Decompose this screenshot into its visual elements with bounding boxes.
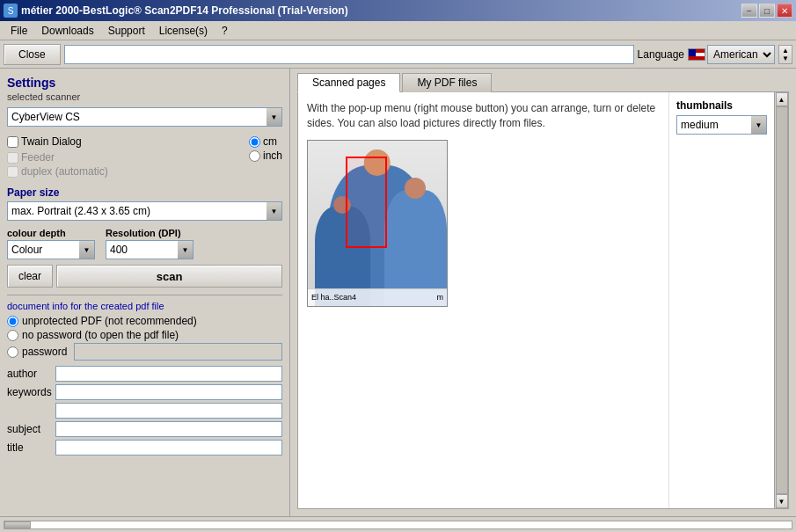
paper-size-wrapper: max. Portrait (2.43 x 3.65 cm) ▼ bbox=[7, 201, 282, 221]
minimize-button[interactable]: − bbox=[741, 4, 757, 18]
left-panel: Settings selected scanner CyberView CS ▼… bbox=[0, 69, 290, 516]
maximize-button[interactable]: □ bbox=[759, 4, 775, 18]
subject-row: subject bbox=[7, 421, 282, 437]
settings-title: Settings bbox=[7, 76, 282, 90]
no-password-label: no password (to open the pdf file) bbox=[22, 329, 179, 341]
unit-radio-group: cm inch bbox=[249, 135, 282, 162]
thumbnails-label: thumbnails bbox=[676, 99, 767, 112]
title-input[interactable] bbox=[55, 440, 282, 455]
us-flag-icon bbox=[688, 48, 705, 61]
password-label: password bbox=[22, 346, 70, 358]
colour-depth-col: colour depth Colour ▼ bbox=[7, 228, 95, 259]
resolution-col: Resolution (DPI) 400 ▼ bbox=[106, 228, 194, 259]
divider-1 bbox=[7, 295, 282, 295]
tab-content: With the pop-up menu (right mouse button… bbox=[297, 91, 789, 509]
resolution-arrow[interactable]: ▼ bbox=[178, 240, 194, 259]
thumbnail-section: thumbnails medium small large ▼ bbox=[668, 92, 774, 508]
duplex-label: duplex (automatic) bbox=[21, 165, 108, 178]
feeder-checkbox[interactable] bbox=[7, 152, 18, 164]
people-scene bbox=[308, 141, 447, 306]
language-selector[interactable]: American bbox=[688, 45, 775, 64]
scan-description: With the pop-up menu (right mouse button… bbox=[307, 101, 660, 131]
scan-area: With the pop-up menu (right mouse button… bbox=[298, 92, 668, 508]
image-bottom-right: m bbox=[437, 293, 444, 302]
thumbnail-size-wrapper: medium small large ▼ bbox=[676, 115, 767, 135]
title-label: title bbox=[7, 441, 55, 454]
right-panel: Scanned pages My PDF files With the pop-… bbox=[290, 69, 796, 516]
thumbnail-size-select[interactable]: medium small large bbox=[676, 115, 756, 135]
menu-downloads[interactable]: Downloads bbox=[34, 23, 100, 39]
scanner-select-wrapper: CyberView CS ▼ bbox=[7, 107, 282, 127]
inch-radio[interactable] bbox=[249, 150, 260, 162]
unprotected-radio[interactable] bbox=[7, 316, 18, 327]
paper-size-arrow[interactable]: ▼ bbox=[267, 201, 282, 221]
main-content: Settings selected scanner CyberView CS ▼… bbox=[0, 69, 796, 516]
cm-radio[interactable] bbox=[249, 136, 260, 148]
no-password-radio[interactable] bbox=[7, 330, 18, 341]
no-password-option: no password (to open the pdf file) bbox=[7, 329, 282, 341]
scroll-track[interactable] bbox=[776, 106, 788, 494]
menu-file[interactable]: File bbox=[4, 23, 34, 39]
thumbnail-size-arrow[interactable]: ▼ bbox=[751, 115, 767, 135]
colour-depth-label: colour depth bbox=[7, 228, 95, 238]
scanned-image-container: Solutions Schrittpl About El ha..Scan4 m bbox=[307, 140, 448, 307]
image-bottom-bar: El ha..Scan4 m bbox=[308, 288, 447, 306]
right-scrollbar: ▲ ▼ bbox=[774, 92, 788, 508]
toolbar: Close Language American ▲ ▼ bbox=[0, 40, 796, 69]
keywords-input[interactable] bbox=[55, 384, 282, 400]
unprotected-label: unprotected PDF (not recommended) bbox=[22, 315, 197, 327]
depth-res-row: colour depth Colour ▼ Resolution (DPI) 4… bbox=[7, 228, 282, 259]
subject-input[interactable] bbox=[55, 421, 282, 437]
menu-help[interactable]: ? bbox=[215, 23, 235, 39]
clear-button[interactable]: clear bbox=[7, 265, 53, 288]
horizontal-scrollbar[interactable] bbox=[4, 521, 792, 529]
scrollbar-thumb[interactable] bbox=[4, 521, 31, 528]
password-radio[interactable] bbox=[7, 346, 18, 358]
scanner-select[interactable]: CyberView CS bbox=[7, 107, 282, 127]
language-label: Language bbox=[638, 48, 684, 61]
scanner-select-arrow[interactable]: ▼ bbox=[267, 107, 282, 127]
red-selection-rect bbox=[346, 157, 387, 247]
scan-button[interactable]: scan bbox=[56, 265, 282, 288]
feeder-label: Feeder bbox=[21, 151, 55, 164]
paper-size-select[interactable]: max. Portrait (2.43 x 3.65 cm) bbox=[7, 201, 282, 221]
keywords-extra-input[interactable] bbox=[55, 403, 282, 419]
colour-depth-wrapper: Colour ▼ bbox=[7, 240, 95, 259]
close-button[interactable]: Close bbox=[4, 44, 61, 65]
author-row: author bbox=[7, 366, 282, 382]
scroll-down-button[interactable]: ▼ bbox=[776, 494, 788, 508]
menu-bar: File Downloads Support License(s) ? bbox=[0, 21, 796, 40]
twain-dialog-label: Twain Dialog bbox=[21, 135, 82, 148]
action-row: clear scan bbox=[7, 265, 282, 288]
twain-dialog-checkbox[interactable] bbox=[7, 136, 18, 148]
password-input[interactable] bbox=[74, 343, 282, 361]
options-row: Twain Dialog Feeder duplex (automatic) bbox=[7, 135, 282, 178]
author-input[interactable] bbox=[55, 366, 282, 382]
window-close-button[interactable]: ✕ bbox=[777, 4, 792, 18]
menu-support[interactable]: Support bbox=[101, 23, 152, 39]
window-title: métier 2000-BestLogic® Scan2PDF14 Profes… bbox=[21, 4, 348, 17]
subject-label: subject bbox=[7, 423, 55, 435]
selected-scanner-label: selected scanner bbox=[7, 91, 282, 102]
paper-size-label: Paper size bbox=[7, 186, 282, 199]
duplex-checkbox[interactable] bbox=[7, 166, 18, 178]
unprotected-option: unprotected PDF (not recommended) bbox=[7, 315, 282, 327]
language-select[interactable]: American bbox=[707, 45, 775, 64]
keywords-row: keywords bbox=[7, 384, 282, 400]
inch-label: inch bbox=[263, 149, 282, 162]
menu-licenses[interactable]: License(s) bbox=[152, 23, 215, 39]
toolbar-input[interactable] bbox=[64, 45, 634, 64]
password-row: password bbox=[7, 343, 282, 361]
colour-depth-arrow[interactable]: ▼ bbox=[79, 240, 95, 259]
cm-label: cm bbox=[263, 135, 277, 148]
app-icon: S bbox=[4, 4, 18, 18]
image-bottom-left: El ha..Scan4 bbox=[311, 293, 356, 302]
resolution-wrapper: 400 ▼ bbox=[106, 240, 194, 259]
language-scroll[interactable]: ▲ ▼ bbox=[778, 45, 792, 64]
keywords-label: keywords bbox=[7, 386, 55, 398]
scroll-up-button[interactable]: ▲ bbox=[776, 92, 788, 106]
tab-my-pdf-files[interactable]: My PDF files bbox=[402, 73, 492, 92]
tab-scanned-pages[interactable]: Scanned pages bbox=[297, 73, 400, 92]
title-bar: S métier 2000-BestLogic® Scan2PDF14 Prof… bbox=[0, 0, 796, 21]
status-bar bbox=[0, 516, 796, 532]
